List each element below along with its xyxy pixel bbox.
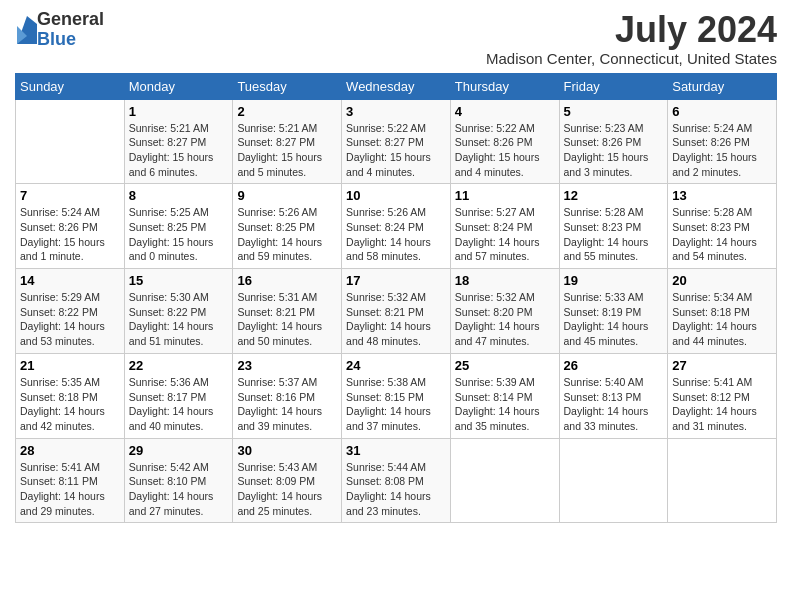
day-number: 8 [129, 188, 229, 203]
cell-info: Sunrise: 5:41 AM Sunset: 8:12 PM Dayligh… [672, 375, 772, 434]
day-number: 10 [346, 188, 446, 203]
cell-info: Sunrise: 5:28 AM Sunset: 8:23 PM Dayligh… [564, 205, 664, 264]
calendar-cell: 1Sunrise: 5:21 AM Sunset: 8:27 PM Daylig… [124, 99, 233, 184]
cell-info: Sunrise: 5:44 AM Sunset: 8:08 PM Dayligh… [346, 460, 446, 519]
day-number: 30 [237, 443, 337, 458]
day-number: 29 [129, 443, 229, 458]
calendar-cell: 24Sunrise: 5:38 AM Sunset: 8:15 PM Dayli… [342, 353, 451, 438]
calendar-cell: 21Sunrise: 5:35 AM Sunset: 8:18 PM Dayli… [16, 353, 125, 438]
calendar-cell: 22Sunrise: 5:36 AM Sunset: 8:17 PM Dayli… [124, 353, 233, 438]
header-cell-tuesday: Tuesday [233, 73, 342, 99]
day-number: 4 [455, 104, 555, 119]
header-cell-friday: Friday [559, 73, 668, 99]
day-number: 24 [346, 358, 446, 373]
calendar-cell: 12Sunrise: 5:28 AM Sunset: 8:23 PM Dayli… [559, 184, 668, 269]
day-number: 15 [129, 273, 229, 288]
calendar-cell: 13Sunrise: 5:28 AM Sunset: 8:23 PM Dayli… [668, 184, 777, 269]
day-number: 19 [564, 273, 664, 288]
day-number: 2 [237, 104, 337, 119]
day-number: 13 [672, 188, 772, 203]
calendar-cell: 10Sunrise: 5:26 AM Sunset: 8:24 PM Dayli… [342, 184, 451, 269]
calendar-cell: 8Sunrise: 5:25 AM Sunset: 8:25 PM Daylig… [124, 184, 233, 269]
day-number: 12 [564, 188, 664, 203]
calendar-row: 14Sunrise: 5:29 AM Sunset: 8:22 PM Dayli… [16, 269, 777, 354]
calendar-cell: 11Sunrise: 5:27 AM Sunset: 8:24 PM Dayli… [450, 184, 559, 269]
calendar-cell: 5Sunrise: 5:23 AM Sunset: 8:26 PM Daylig… [559, 99, 668, 184]
day-number: 20 [672, 273, 772, 288]
day-number: 1 [129, 104, 229, 119]
cell-info: Sunrise: 5:22 AM Sunset: 8:26 PM Dayligh… [455, 121, 555, 180]
calendar-row: 7Sunrise: 5:24 AM Sunset: 8:26 PM Daylig… [16, 184, 777, 269]
title-area: July 2024 Madison Center, Connecticut, U… [486, 10, 777, 67]
day-number: 25 [455, 358, 555, 373]
day-number: 18 [455, 273, 555, 288]
main-title: July 2024 [486, 10, 777, 50]
cell-info: Sunrise: 5:26 AM Sunset: 8:24 PM Dayligh… [346, 205, 446, 264]
calendar-cell: 9Sunrise: 5:26 AM Sunset: 8:25 PM Daylig… [233, 184, 342, 269]
calendar-cell: 7Sunrise: 5:24 AM Sunset: 8:26 PM Daylig… [16, 184, 125, 269]
cell-info: Sunrise: 5:29 AM Sunset: 8:22 PM Dayligh… [20, 290, 120, 349]
cell-info: Sunrise: 5:21 AM Sunset: 8:27 PM Dayligh… [237, 121, 337, 180]
calendar-cell: 28Sunrise: 5:41 AM Sunset: 8:11 PM Dayli… [16, 438, 125, 523]
calendar-cell: 16Sunrise: 5:31 AM Sunset: 8:21 PM Dayli… [233, 269, 342, 354]
logo-text: General Blue [37, 10, 104, 50]
cell-info: Sunrise: 5:26 AM Sunset: 8:25 PM Dayligh… [237, 205, 337, 264]
day-number: 17 [346, 273, 446, 288]
cell-info: Sunrise: 5:34 AM Sunset: 8:18 PM Dayligh… [672, 290, 772, 349]
cell-info: Sunrise: 5:27 AM Sunset: 8:24 PM Dayligh… [455, 205, 555, 264]
calendar-table: SundayMondayTuesdayWednesdayThursdayFrid… [15, 73, 777, 524]
calendar-cell: 6Sunrise: 5:24 AM Sunset: 8:26 PM Daylig… [668, 99, 777, 184]
header-row: SundayMondayTuesdayWednesdayThursdayFrid… [16, 73, 777, 99]
logo: General Blue [15, 10, 104, 50]
calendar-cell: 3Sunrise: 5:22 AM Sunset: 8:27 PM Daylig… [342, 99, 451, 184]
cell-info: Sunrise: 5:39 AM Sunset: 8:14 PM Dayligh… [455, 375, 555, 434]
header-cell-sunday: Sunday [16, 73, 125, 99]
calendar-body: 1Sunrise: 5:21 AM Sunset: 8:27 PM Daylig… [16, 99, 777, 523]
calendar-cell: 17Sunrise: 5:32 AM Sunset: 8:21 PM Dayli… [342, 269, 451, 354]
day-number: 14 [20, 273, 120, 288]
cell-info: Sunrise: 5:23 AM Sunset: 8:26 PM Dayligh… [564, 121, 664, 180]
day-number: 27 [672, 358, 772, 373]
cell-info: Sunrise: 5:24 AM Sunset: 8:26 PM Dayligh… [672, 121, 772, 180]
day-number: 22 [129, 358, 229, 373]
cell-info: Sunrise: 5:35 AM Sunset: 8:18 PM Dayligh… [20, 375, 120, 434]
calendar-cell: 29Sunrise: 5:42 AM Sunset: 8:10 PM Dayli… [124, 438, 233, 523]
cell-info: Sunrise: 5:31 AM Sunset: 8:21 PM Dayligh… [237, 290, 337, 349]
header-cell-saturday: Saturday [668, 73, 777, 99]
day-number: 26 [564, 358, 664, 373]
calendar-cell: 31Sunrise: 5:44 AM Sunset: 8:08 PM Dayli… [342, 438, 451, 523]
cell-info: Sunrise: 5:32 AM Sunset: 8:20 PM Dayligh… [455, 290, 555, 349]
cell-info: Sunrise: 5:32 AM Sunset: 8:21 PM Dayligh… [346, 290, 446, 349]
header: General Blue July 2024 Madison Center, C… [15, 10, 777, 67]
cell-info: Sunrise: 5:40 AM Sunset: 8:13 PM Dayligh… [564, 375, 664, 434]
cell-info: Sunrise: 5:43 AM Sunset: 8:09 PM Dayligh… [237, 460, 337, 519]
calendar-cell [668, 438, 777, 523]
calendar-row: 28Sunrise: 5:41 AM Sunset: 8:11 PM Dayli… [16, 438, 777, 523]
day-number: 28 [20, 443, 120, 458]
calendar-cell: 30Sunrise: 5:43 AM Sunset: 8:09 PM Dayli… [233, 438, 342, 523]
calendar-cell: 20Sunrise: 5:34 AM Sunset: 8:18 PM Dayli… [668, 269, 777, 354]
cell-info: Sunrise: 5:22 AM Sunset: 8:27 PM Dayligh… [346, 121, 446, 180]
day-number: 21 [20, 358, 120, 373]
day-number: 5 [564, 104, 664, 119]
calendar-cell: 14Sunrise: 5:29 AM Sunset: 8:22 PM Dayli… [16, 269, 125, 354]
cell-info: Sunrise: 5:24 AM Sunset: 8:26 PM Dayligh… [20, 205, 120, 264]
calendar-cell: 27Sunrise: 5:41 AM Sunset: 8:12 PM Dayli… [668, 353, 777, 438]
day-number: 9 [237, 188, 337, 203]
calendar-cell [16, 99, 125, 184]
calendar-cell [559, 438, 668, 523]
calendar-cell [450, 438, 559, 523]
calendar-header: SundayMondayTuesdayWednesdayThursdayFrid… [16, 73, 777, 99]
cell-info: Sunrise: 5:25 AM Sunset: 8:25 PM Dayligh… [129, 205, 229, 264]
header-cell-thursday: Thursday [450, 73, 559, 99]
calendar-cell: 2Sunrise: 5:21 AM Sunset: 8:27 PM Daylig… [233, 99, 342, 184]
day-number: 23 [237, 358, 337, 373]
cell-info: Sunrise: 5:21 AM Sunset: 8:27 PM Dayligh… [129, 121, 229, 180]
subtitle: Madison Center, Connecticut, United Stat… [486, 50, 777, 67]
cell-info: Sunrise: 5:38 AM Sunset: 8:15 PM Dayligh… [346, 375, 446, 434]
cell-info: Sunrise: 5:41 AM Sunset: 8:11 PM Dayligh… [20, 460, 120, 519]
calendar-cell: 23Sunrise: 5:37 AM Sunset: 8:16 PM Dayli… [233, 353, 342, 438]
day-number: 7 [20, 188, 120, 203]
day-number: 16 [237, 273, 337, 288]
calendar-cell: 18Sunrise: 5:32 AM Sunset: 8:20 PM Dayli… [450, 269, 559, 354]
